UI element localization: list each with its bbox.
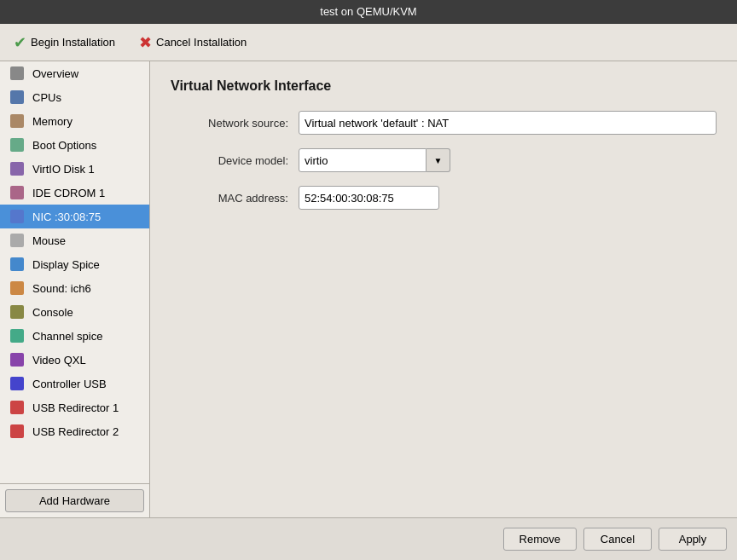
- device-model-input[interactable]: [299, 148, 427, 172]
- sidebar-item-overview[interactable]: Overview: [0, 61, 149, 85]
- window-title: test on QEMU/KVM: [320, 5, 416, 18]
- sidebar-item-label-video-qxl: Video QXL: [32, 354, 86, 367]
- cancel-icon: ✖: [139, 33, 152, 52]
- mac-address-row: MAC address:: [171, 186, 717, 210]
- disk-icon: [9, 160, 26, 177]
- nic-icon: [9, 208, 26, 225]
- sidebar-item-nic[interactable]: NIC :30:08:75: [0, 205, 149, 228]
- cancel-label: Cancel Installation: [156, 36, 247, 49]
- svg-rect-5: [10, 186, 24, 199]
- toolbar: ✔ Begin Installation ✖ Cancel Installati…: [0, 24, 737, 61]
- title-bar: test on QEMU/KVM: [0, 0, 737, 24]
- svg-rect-13: [10, 377, 24, 390]
- svg-rect-9: [10, 281, 24, 295]
- video-icon: [9, 351, 26, 368]
- mac-address-wrap: [299, 186, 439, 210]
- begin-icon: ✔: [14, 33, 26, 52]
- sidebar-item-label-boot-options: Boot Options: [32, 139, 96, 152]
- device-model-wrap: ▼: [299, 148, 450, 172]
- sidebar-item-usb-redir-2[interactable]: USB Redirector 2: [0, 419, 149, 443]
- svg-rect-1: [10, 90, 24, 104]
- svg-rect-11: [10, 329, 24, 343]
- sidebar-add-section: Add Hardware: [0, 483, 149, 517]
- boot-icon: [9, 136, 26, 153]
- mac-address-input[interactable]: [299, 186, 439, 210]
- sidebar-item-usb-redir-1[interactable]: USB Redirector 1: [0, 395, 149, 419]
- sound-icon: [9, 280, 26, 297]
- sidebar-item-label-sound: Sound: ich6: [32, 282, 91, 295]
- sidebar-item-memory[interactable]: Memory: [0, 109, 149, 133]
- sidebar-item-display-spice[interactable]: Display Spice: [0, 252, 149, 276]
- device-model-row: Device model: ▼: [171, 148, 717, 172]
- bottom-bar: Remove Cancel Apply: [0, 517, 737, 560]
- sidebar-item-console[interactable]: Console: [0, 300, 149, 324]
- sidebar-item-label-nic: NIC :30:08:75: [32, 211, 101, 223]
- sidebar-item-label-usb-redir-2: USB Redirector 2: [32, 425, 119, 438]
- sidebar-item-ide-cdrom[interactable]: IDE CDROM 1: [0, 181, 149, 205]
- cpu-icon: [9, 89, 26, 106]
- apply-button[interactable]: Apply: [659, 528, 727, 551]
- svg-rect-10: [10, 305, 24, 319]
- cdrom-icon: [9, 184, 26, 201]
- network-source-row: Network source: Virtual network 'default…: [171, 111, 717, 135]
- sidebar-item-label-console: Console: [32, 306, 73, 319]
- channel-icon: [9, 327, 26, 344]
- sidebar-item-label-channel-spice: Channel spice: [32, 330, 102, 343]
- device-model-dropdown-btn[interactable]: ▼: [427, 148, 450, 172]
- sidebar-item-label-usb-redir-1: USB Redirector 1: [32, 401, 119, 414]
- sidebar-item-label-ide-cdrom: IDE CDROM 1: [32, 187, 105, 199]
- svg-rect-3: [10, 138, 24, 152]
- mac-address-label: MAC address:: [171, 192, 299, 205]
- svg-rect-12: [10, 353, 24, 367]
- sidebar-item-video-qxl[interactable]: Video QXL: [0, 348, 149, 372]
- svg-rect-2: [10, 114, 24, 128]
- memory-icon: [9, 113, 26, 130]
- device-model-label: Device model:: [171, 154, 299, 167]
- svg-rect-14: [10, 401, 24, 414]
- svg-rect-6: [10, 210, 24, 223]
- sidebar-item-label-overview: Overview: [32, 67, 78, 80]
- cancel-installation-button[interactable]: ✖ Cancel Installation: [134, 31, 252, 55]
- sidebar-item-label-cpus: CPUs: [32, 91, 61, 104]
- svg-rect-8: [10, 257, 24, 271]
- panel-title: Virtual Network Interface: [171, 78, 717, 94]
- cancel-button[interactable]: Cancel: [583, 528, 652, 551]
- sidebar-item-cpus[interactable]: CPUs: [0, 85, 149, 109]
- sidebar-item-label-mouse: Mouse: [32, 234, 66, 247]
- sidebar-item-label-controller-usb: Controller USB: [32, 378, 107, 390]
- svg-rect-15: [10, 424, 24, 438]
- sidebar-item-label-memory: Memory: [32, 115, 73, 128]
- usbredir-icon: [9, 423, 26, 440]
- usbredir-icon: [9, 399, 26, 416]
- sidebar-list: OverviewCPUsMemoryBoot OptionsVirtIO Dis…: [0, 61, 149, 483]
- network-source-label: Network source:: [171, 117, 299, 130]
- sidebar: OverviewCPUsMemoryBoot OptionsVirtIO Dis…: [0, 61, 150, 517]
- mouse-icon: [9, 232, 26, 249]
- begin-installation-button[interactable]: ✔ Begin Installation: [9, 31, 120, 55]
- console-icon: [9, 303, 26, 320]
- sidebar-item-mouse[interactable]: Mouse: [0, 228, 149, 252]
- sidebar-item-channel-spice[interactable]: Channel spice: [0, 324, 149, 348]
- begin-label: Begin Installation: [31, 36, 115, 49]
- sidebar-item-sound[interactable]: Sound: ich6: [0, 276, 149, 300]
- svg-rect-4: [10, 162, 24, 176]
- add-hardware-button[interactable]: Add Hardware: [5, 489, 144, 512]
- sidebar-item-controller-usb[interactable]: Controller USB: [0, 372, 149, 395]
- svg-rect-7: [10, 234, 24, 247]
- sidebar-item-label-virtio-disk: VirtIO Disk 1: [32, 163, 95, 176]
- sidebar-item-boot-options[interactable]: Boot Options: [0, 133, 149, 157]
- usb-icon: [9, 375, 26, 392]
- network-source-wrap: Virtual network 'default' : NAT: [299, 111, 717, 135]
- display-icon: [9, 256, 26, 273]
- remove-button[interactable]: Remove: [503, 528, 577, 551]
- content-panel: Virtual Network Interface Network source…: [150, 61, 737, 517]
- network-source-select[interactable]: Virtual network 'default' : NAT: [299, 111, 717, 135]
- svg-rect-0: [10, 66, 24, 80]
- overview-icon: [9, 65, 26, 82]
- sidebar-item-virtio-disk[interactable]: VirtIO Disk 1: [0, 157, 149, 181]
- sidebar-item-label-display-spice: Display Spice: [32, 258, 100, 271]
